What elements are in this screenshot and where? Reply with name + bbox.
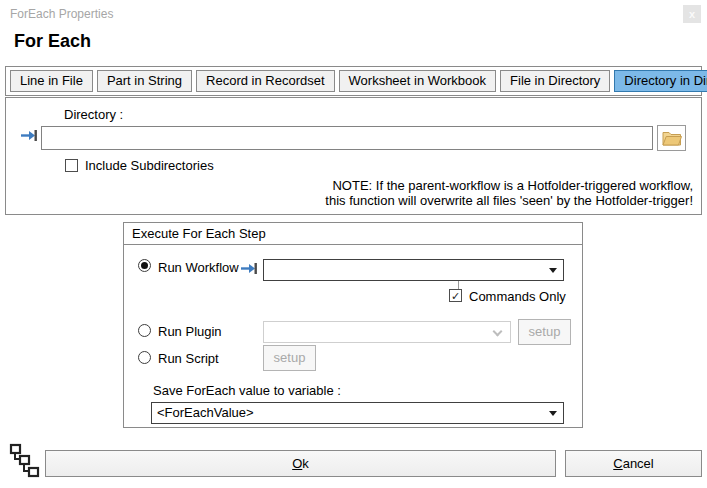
tab-record-in-recordset[interactable]: Record in Recordset (196, 70, 335, 92)
groupbox-title: Execute For Each Step (124, 223, 582, 245)
directory-input[interactable] (41, 126, 653, 150)
chevron-down-icon (493, 327, 503, 337)
commands-only-checkbox[interactable]: ✓ (449, 289, 462, 302)
run-script-radio[interactable] (138, 351, 151, 364)
chevron-down-icon (549, 268, 557, 273)
script-setup-button[interactable]: setup (263, 345, 316, 371)
input-arrow-icon (20, 129, 38, 142)
hotfolder-note-line1: NOTE: If the parent-workflow is a Hotfol… (325, 178, 693, 193)
hotfolder-note: NOTE: If the parent-workflow is a Hotfol… (325, 178, 693, 208)
save-variable-combobox-value: <ForEachValue> (157, 405, 254, 420)
commands-only-label: Commands Only (469, 289, 566, 304)
page-title: For Each (14, 31, 91, 52)
tab-line-in-file[interactable]: Line in File (10, 70, 93, 92)
save-variable-combobox[interactable]: <ForEachValue> (151, 402, 564, 424)
hotfolder-note-line2: this function will overwrite all files '… (325, 193, 693, 208)
run-script-label: Run Script (158, 351, 219, 366)
directory-label: Directory : (64, 107, 123, 122)
workflow-icon (8, 443, 40, 479)
plugin-setup-button[interactable]: setup (518, 319, 571, 345)
ok-button[interactable]: Ok (45, 450, 556, 477)
tab-part-in-string[interactable]: Part in String (97, 70, 192, 92)
tab-file-in-directory[interactable]: File in Directory (500, 70, 610, 92)
include-subdirectories-row[interactable]: Include Subdirectories (65, 158, 214, 173)
folder-icon (662, 130, 682, 146)
browse-folder-button[interactable] (657, 125, 686, 151)
run-workflow-label: Run Workflow (158, 260, 239, 275)
run-plugin-label: Run Plugin (158, 324, 222, 339)
include-subdirectories-checkbox[interactable] (65, 159, 78, 172)
directory-panel: Directory : Include Subdirectories NOTE:… (5, 97, 702, 215)
execute-foreach-step-groupbox: Execute For Each Step Run Workflow ✓ Com… (123, 222, 583, 428)
cancel-label-rest: ancel (623, 456, 654, 471)
chevron-down-icon (549, 411, 557, 416)
foreach-properties-dialog: ForEach Properties x For Each Line in Fi… (0, 0, 707, 488)
foreach-type-tabbar: Line in File Part in String Record in Re… (5, 66, 702, 96)
close-icon[interactable]: x (683, 5, 701, 23)
run-workflow-radio[interactable] (138, 259, 151, 272)
cancel-label-first: C (613, 456, 622, 471)
ok-label-rest: k (302, 456, 309, 471)
checkmark-icon: ✓ (451, 290, 460, 302)
run-plugin-combobox[interactable] (263, 321, 511, 343)
run-plugin-radio[interactable] (138, 324, 151, 337)
ok-label-first: O (292, 456, 302, 471)
tab-worksheet-in-workbook[interactable]: Worksheet in Workbook (339, 70, 497, 92)
cancel-button[interactable]: Cancel (565, 450, 702, 477)
include-subdirectories-label: Include Subdirectories (85, 158, 214, 173)
save-variable-label: Save ForEach value to variable : (153, 383, 341, 398)
tab-directory-in-directory[interactable]: Directory in Directory (614, 70, 707, 92)
workflow-input-arrow-icon (240, 262, 258, 275)
run-workflow-combobox[interactable] (263, 259, 564, 281)
window-title: ForEach Properties (10, 7, 113, 21)
